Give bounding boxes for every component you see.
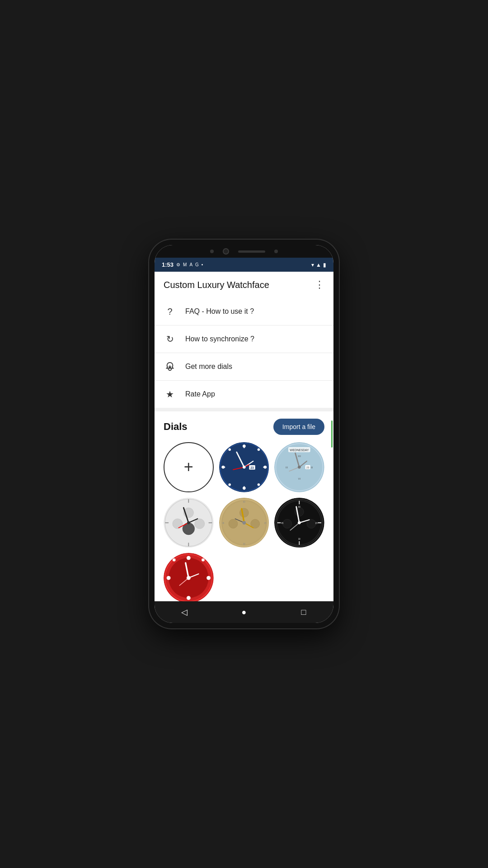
nav-bar: ◁ ● □ (155, 601, 333, 623)
dial-light-blue[interactable]: WEDNESDAY 23 XII VI IX III (274, 442, 324, 492)
app-title: Custom Luxury Watchface (164, 280, 269, 290)
download-icon (164, 360, 176, 373)
gmail-icon: M (183, 262, 187, 267)
wifi-icon: ▾ (311, 262, 314, 268)
dials-header: Dials Import a file (164, 419, 324, 435)
svg-text:30: 30 (243, 543, 245, 545)
camera-dot-1 (210, 250, 214, 253)
svg-text:15: 15 (315, 522, 318, 524)
app-bar: Custom Luxury Watchface ⋮ (155, 272, 333, 298)
svg-point-11 (257, 448, 260, 451)
speaker (238, 250, 265, 253)
svg-point-35 (298, 466, 301, 469)
google-icon: G (195, 262, 199, 267)
svg-point-94 (187, 576, 191, 580)
svg-text:30: 30 (298, 538, 300, 540)
svg-point-10 (263, 466, 267, 469)
svg-point-88 (167, 576, 171, 580)
status-time: 1:53 (162, 261, 174, 268)
signal-icon: ▲ (316, 262, 321, 268)
svg-point-49 (187, 521, 190, 524)
svg-point-90 (173, 559, 176, 562)
menu-section: ? FAQ - How to use it ? ↻ How to synchro… (155, 298, 333, 408)
menu-item-faq[interactable]: ? FAQ - How to use it ? (155, 298, 333, 326)
dial-red[interactable] (164, 553, 214, 601)
svg-point-85 (187, 556, 191, 560)
back-button[interactable]: ◁ (178, 606, 191, 618)
rate-label: Rate App (185, 390, 215, 398)
svg-text:45: 45 (282, 522, 284, 524)
home-button[interactable]: ● (238, 606, 250, 618)
dial-beige[interactable]: 60 30 45 15 (219, 498, 269, 548)
camera-lens (223, 248, 229, 255)
battery-icon: ▮ (323, 262, 326, 268)
menu-item-sync[interactable]: ↻ How to synchronize ? (155, 326, 333, 353)
add-dial-button[interactable]: + (164, 442, 214, 492)
recent-button[interactable]: □ (297, 606, 310, 618)
sync-icon: ↻ (164, 333, 176, 345)
svg-point-39 (173, 519, 183, 528)
menu-item-rate[interactable]: ★ Rate App (155, 381, 333, 408)
settings-icon: ⚙ (176, 262, 180, 267)
dials-section: Dials Import a file + (155, 411, 333, 601)
svg-text:45: 45 (222, 522, 224, 524)
faq-label: FAQ - How to use it ? (185, 307, 254, 316)
content-area: ? FAQ - How to use it ? ↻ How to synchro… (155, 298, 333, 601)
svg-text:VI: VI (298, 477, 301, 480)
svg-text:23: 23 (306, 466, 309, 469)
faq-icon: ? (164, 305, 176, 318)
svg-text:WEDNESDAY: WEDNESDAY (290, 448, 310, 452)
status-bar: 1:53 ⚙ M A G • ▾ ▲ ▮ (155, 258, 333, 272)
camera-area (155, 245, 333, 258)
svg-text:60: 60 (243, 501, 245, 503)
get-dials-label: Get more dials (185, 363, 232, 371)
svg-text:60: 60 (298, 506, 300, 508)
svg-point-8 (243, 486, 246, 490)
svg-text:III: III (311, 466, 313, 469)
svg-point-21 (243, 466, 246, 469)
svg-text:XII: XII (298, 455, 301, 458)
svg-point-9 (221, 466, 225, 469)
svg-point-72 (283, 519, 292, 528)
svg-point-40 (195, 519, 205, 528)
svg-point-14 (228, 483, 231, 486)
svg-point-87 (187, 596, 191, 600)
dial-white-chrono[interactable] (164, 498, 214, 548)
phone-frame: 1:53 ⚙ M A G • ▾ ▲ ▮ Custom Luxury Watch… (149, 240, 339, 628)
svg-point-81 (298, 521, 301, 524)
svg-point-54 (229, 519, 238, 528)
star-icon: ★ (164, 388, 176, 401)
camera-dot-2 (274, 250, 278, 253)
dial-black[interactable]: 60 30 45 15 (274, 498, 324, 548)
dials-grid: + (164, 442, 324, 601)
import-file-button[interactable]: Import a file (273, 419, 324, 435)
svg-point-12 (228, 448, 231, 451)
svg-point-7 (243, 445, 246, 448)
svg-point-86 (206, 576, 211, 580)
add-dial-icon: + (184, 458, 193, 476)
phone-screen: 1:53 ⚙ M A G • ▾ ▲ ▮ Custom Luxury Watch… (155, 245, 333, 623)
svg-text:23: 23 (250, 466, 254, 469)
svg-point-89 (202, 559, 205, 562)
svg-point-63 (242, 521, 246, 524)
svg-point-13 (257, 483, 260, 486)
menu-item-get-dials[interactable]: Get more dials (155, 353, 333, 381)
svg-text:15: 15 (264, 522, 266, 524)
svg-point-53 (239, 508, 249, 517)
svg-text:IX: IX (286, 466, 288, 469)
dot-icon: • (202, 262, 203, 267)
dials-title: Dials (164, 421, 188, 433)
sync-label: How to synchronize ? (185, 335, 254, 343)
more-options-icon[interactable]: ⋮ (314, 279, 324, 291)
dial-blue[interactable]: 23 (219, 442, 269, 492)
status-left: 1:53 ⚙ M A G • (162, 261, 203, 268)
scrollbar[interactable] (331, 420, 333, 448)
status-right: ▾ ▲ ▮ (311, 262, 326, 268)
a-icon: A (189, 262, 192, 267)
